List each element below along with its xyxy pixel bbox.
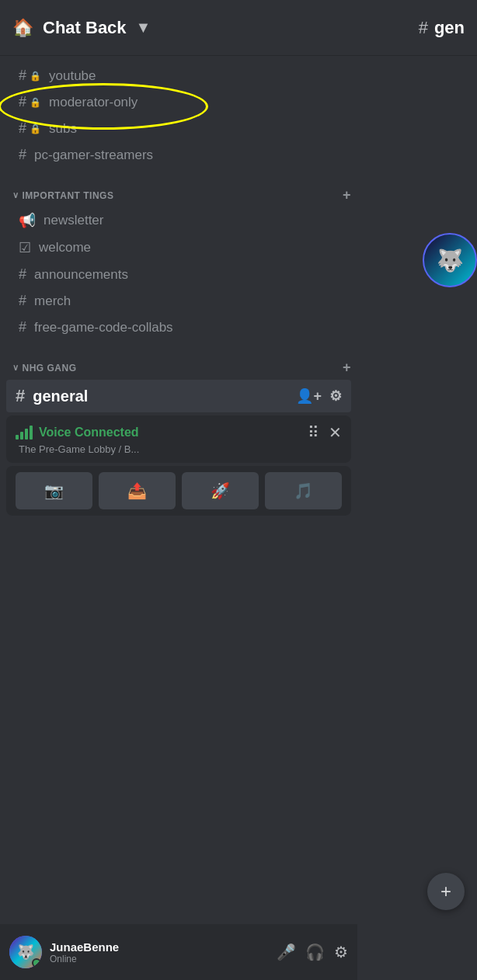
category-add-button[interactable]: + [343,187,351,203]
hash-icon-general: # [16,386,25,406]
channel-name-newsletter: newsletter [44,213,103,228]
screenshare-button[interactable]: 📤 [99,472,176,509]
channel-item-free-game-code-collabs[interactable]: # free-game-code-collabs [6,315,351,340]
voice-status-left: Voice Connected [16,426,139,440]
disconnect-voice-icon[interactable]: ✕ [329,423,342,442]
channel-name-merch: merch [34,294,71,309]
category-important-tings[interactable]: ∨ IMPORTANT TINGS + [0,175,357,207]
moderator-only-wrapper: # 🔒 moderator-only [6,89,351,115]
mic-icon[interactable]: 🎤 [277,943,296,961]
user-info: 🐺 JunaeBenne Online [9,936,119,968]
voice-bar-4 [30,426,33,440]
hash-icon: # [19,147,26,163]
category-label-left: ∨ IMPORTANT TINGS [12,190,113,201]
hash-icon: # [19,319,26,335]
voice-signal-icon [16,426,33,440]
header-channel-name: gen [434,18,465,38]
announcement-icon: 📢 [19,212,36,229]
category-name-important-tings: IMPORTANT TINGS [23,190,114,201]
server-icon: 🏠 [12,18,33,38]
server-dropdown-icon[interactable]: ▼ [136,19,151,36]
channel-item-pc-gamer-streamers[interactable]: # pc-gamer-streamers [6,142,351,168]
fab-plus-icon: + [440,881,451,902]
sidebar: # 🔒 youtube # 🔒 moderator-only # 🔒 subs … [0,56,357,980]
user-settings-icon[interactable]: ⚙ [334,943,348,961]
soundboard-button[interactable]: 🎵 [265,472,342,509]
voice-channel-name: The Pre-Game Lobby / B... [16,443,342,455]
avatar-emoji: 🐺 [437,248,464,273]
video-icon: 📷 [44,481,64,500]
lock-icon: 🔒 [30,97,41,108]
hash-icon: # [19,293,26,309]
category-chevron-icon: ∨ [12,190,19,200]
avatar: 🐺 [9,936,42,968]
channel-name-welcome: welcome [39,240,91,255]
hash-icon: # [19,68,26,84]
user-actions: 🎤 🎧 ⚙ [277,943,348,961]
right-panel-avatar: 🐺 [423,233,477,287]
channel-general-left: # general [16,386,88,406]
channel-name-announcements: announcements [34,267,128,283]
voice-connected-label: Voice Connected [39,426,139,440]
channel-name-youtube: youtube [49,68,96,84]
user-status: Online [50,954,119,964]
screenshare-icon: 📤 [127,481,147,500]
voice-connected-top: Voice Connected ⠿ ✕ [16,423,342,442]
channel-item-announcements[interactable]: # announcements [6,262,351,287]
header-hash-icon: # [419,18,428,38]
voice-bar-1 [16,435,19,440]
channel-item-subs[interactable]: # 🔒 subs [6,116,351,141]
channel-item-youtube[interactable]: # 🔒 youtube [6,63,351,89]
server-title-area: 🏠 Chat Back ▼ [12,18,151,38]
channel-item-newsletter[interactable]: 📢 newsletter [6,207,351,234]
fab-add-button[interactable]: + [427,873,465,910]
rocket-icon: 🚀 [211,481,230,500]
settings-icon[interactable]: ⚙ [329,387,342,405]
music-icon: 🎵 [294,481,313,500]
lock-icon: 🔒 [30,71,41,82]
channel-name-free-game-code-collabs: free-game-code-collabs [34,320,173,335]
user-panel: 🐺 JunaeBenne Online 🎤 🎧 ⚙ [0,924,357,980]
server-name: Chat Back [43,18,127,38]
username: JunaeBenne [50,940,119,954]
activity-button[interactable]: 🚀 [182,472,259,509]
category-label-left: ∨ NHG GANG [12,363,77,374]
voice-connected-panel: Voice Connected ⠿ ✕ The Pre-Game Lobby /… [6,415,351,463]
channel-general-actions: 👤+ ⚙ [296,387,342,405]
channel-item-general[interactable]: # general 👤+ ⚙ [6,380,351,412]
video-button[interactable]: 📷 [16,472,92,509]
category-add-button-nhg[interactable]: + [343,360,351,376]
voice-soundwave-icon[interactable]: ⠿ [308,423,319,442]
server-header[interactable]: 🏠 Chat Back ▼ # gen [0,0,477,56]
status-dot-online [32,958,41,968]
channel-name-general: general [33,387,88,405]
category-name-nhg-gang: NHG GANG [23,363,77,374]
voice-bar-3 [25,429,28,440]
voice-bar-2 [20,432,23,440]
category-nhg-gang[interactable]: ∨ NHG GANG + [0,347,357,379]
rules-icon: ☑ [19,239,31,256]
lock-icon: 🔒 [30,123,41,134]
channel-name-subs: subs [49,121,77,137]
channel-name-pc-gamer-streamers: pc-gamer-streamers [34,148,153,163]
bottom-action-bar: 📷 📤 🚀 🎵 [6,466,351,516]
hash-icon: # [19,120,26,137]
channel-list: # 🔒 youtube # 🔒 moderator-only # 🔒 subs … [0,56,357,924]
channel-name-moderator-only: moderator-only [49,95,138,110]
hash-icon: # [19,266,26,283]
headphone-icon[interactable]: 🎧 [305,943,325,961]
user-text-info: JunaeBenne Online [50,940,119,964]
channel-item-merch[interactable]: # merch [6,288,351,314]
category-chevron-icon: ∨ [12,363,19,373]
channel-item-welcome[interactable]: ☑ welcome [6,235,351,261]
hash-icon: # [19,94,26,110]
header-channel-info: # gen [419,18,465,38]
voice-connected-actions: ⠿ ✕ [308,423,342,442]
add-member-icon[interactable]: 👤+ [296,387,322,405]
channel-item-moderator-only[interactable]: # 🔒 moderator-only [6,89,351,115]
